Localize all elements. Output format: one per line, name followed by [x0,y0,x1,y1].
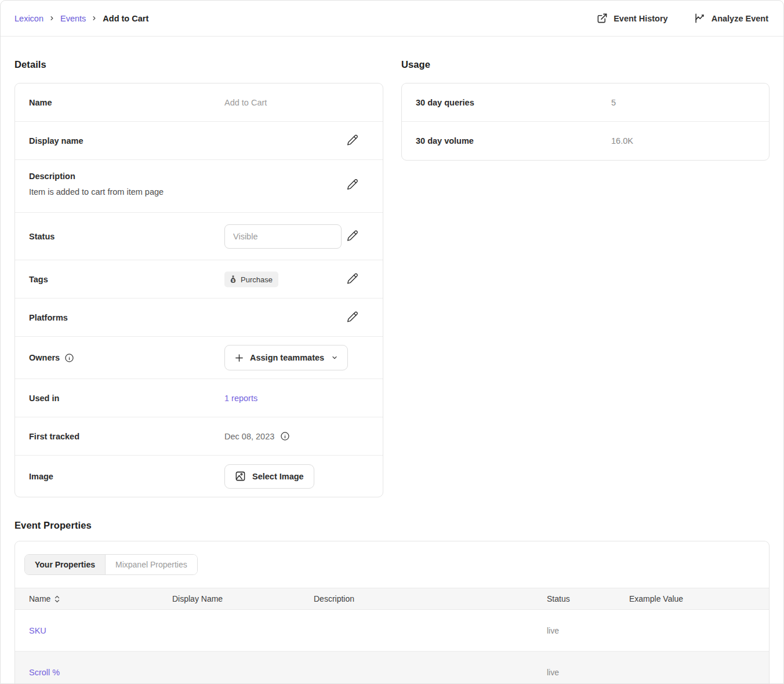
column-name[interactable]: Name [15,594,158,603]
tags-label: Tags [29,275,48,284]
table-header-row: Name Display Name Description Status Exa… [15,588,769,610]
pencil-icon [347,179,358,192]
name-value: Add to Cart [224,98,267,107]
edit-status-button[interactable] [347,230,358,243]
column-description: Description [300,594,533,603]
detail-row-tags: Tags $ Purchase [15,260,383,299]
usage-card: 30 day queries 5 30 day volume 16.0K [401,83,770,161]
owners-label: Owners [29,353,60,362]
detail-row-platforms: Platforms [15,299,383,337]
tab-your-properties[interactable]: Your Properties [25,555,106,574]
event-history-label: Event History [614,14,667,23]
pencil-icon [347,230,358,243]
column-example-value: Example Value [615,594,769,603]
used-in-reports-link[interactable]: 1 reports [224,394,257,403]
assign-teammates-button[interactable]: Assign teammates [224,345,348,370]
property-status: live [533,668,615,677]
detail-row-name: Name Add to Cart [15,83,383,122]
event-history-button[interactable]: Event History [597,13,667,24]
chevron-down-icon [331,354,338,361]
edit-description-button[interactable] [347,179,358,192]
line-chart-icon [694,13,706,24]
first-tracked-value: Dec 08, 2023 [224,432,274,441]
chevron-right-icon [49,15,55,21]
edit-tags-button[interactable] [347,272,358,286]
column-status: Status [533,594,615,603]
properties-table: Name Display Name Description Status Exa… [15,588,769,684]
external-link-icon [597,13,608,24]
select-image-button[interactable]: Select Image [224,464,314,489]
volume-value: 16.0K [611,136,633,145]
property-status: live [533,626,615,635]
detail-row-description: Description Item is added to cart from i… [15,160,383,213]
breadcrumb-current: Add to Cart [103,14,148,23]
detail-row-status: Status [15,213,383,260]
analyze-event-label: Analyze Event [712,14,768,23]
top-bar: Lexicon Events Add to Cart Event History [1,1,783,37]
queries-value: 5 [611,98,616,107]
detail-row-image: Image Select Image [15,456,383,497]
pencil-icon [347,272,358,286]
image-label: Image [29,472,53,481]
detail-row-owners: Owners Assign teammates [15,337,383,379]
description-label: Description [29,172,369,181]
info-icon[interactable] [64,353,74,363]
plus-icon [234,353,244,363]
svg-text:$: $ [232,278,235,282]
status-label: Status [29,232,55,241]
property-link-sku[interactable]: SKU [15,626,158,635]
display-name-label: Display name [29,136,84,145]
detail-row-display-name: Display name [15,122,383,160]
analyze-event-button[interactable]: Analyze Event [694,13,768,24]
event-properties-card: Your Properties Mixpanel Properties Name… [14,541,770,684]
usage-row-queries: 30 day queries 5 [402,83,769,122]
main-content: Details Name Add to Cart Display name [1,37,783,684]
info-icon[interactable] [280,431,290,441]
tag-label: Purchase [241,275,273,283]
tab-mixpanel-properties[interactable]: Mixpanel Properties [106,555,197,574]
sort-icon [55,595,60,603]
lexicon-event-detail-page: Lexicon Events Add to Cart Event History [0,0,784,684]
first-tracked-label: First tracked [29,432,79,441]
usage-row-volume: 30 day volume 16.0K [402,122,769,160]
table-row: SKU live [15,610,769,652]
properties-tabs: Your Properties Mixpanel Properties [24,554,198,575]
detail-row-used-in: Used in 1 reports [15,379,383,417]
volume-label: 30 day volume [416,136,474,145]
status-input[interactable] [224,224,342,249]
name-label: Name [29,98,52,107]
description-value: Item is added to cart from item page [29,186,369,198]
usage-title: Usage [401,59,770,70]
breadcrumb-lexicon-link[interactable]: Lexicon [14,14,43,23]
money-bag-icon: $ [229,275,237,283]
column-name-label: Name [29,594,50,603]
breadcrumb: Lexicon Events Add to Cart [14,14,148,23]
pencil-icon [347,311,358,324]
pencil-icon [347,134,358,147]
queries-label: 30 day queries [416,98,474,107]
tag-purchase[interactable]: $ Purchase [224,271,278,287]
property-link-scroll-pct[interactable]: Scroll % [15,668,158,677]
detail-row-first-tracked: First tracked Dec 08, 2023 [15,417,383,456]
edit-display-name-button[interactable] [347,134,358,147]
event-properties-section: Event Properties Your Properties Mixpane… [14,520,770,684]
platforms-label: Platforms [29,313,68,322]
edit-platforms-button[interactable] [347,311,358,324]
details-title: Details [14,59,383,70]
used-in-label: Used in [29,394,59,403]
breadcrumb-events-link[interactable]: Events [60,14,86,23]
event-properties-title: Event Properties [14,520,770,531]
details-card: Name Add to Cart Display name Descriptio… [14,83,383,497]
image-icon [235,471,246,482]
chevron-right-icon [91,15,97,21]
select-image-label: Select Image [252,472,304,481]
top-actions: Event History Analyze Event [597,13,768,24]
column-display-name: Display Name [158,594,300,603]
assign-teammates-label: Assign teammates [250,353,324,362]
table-row: Scroll % live [15,652,769,684]
